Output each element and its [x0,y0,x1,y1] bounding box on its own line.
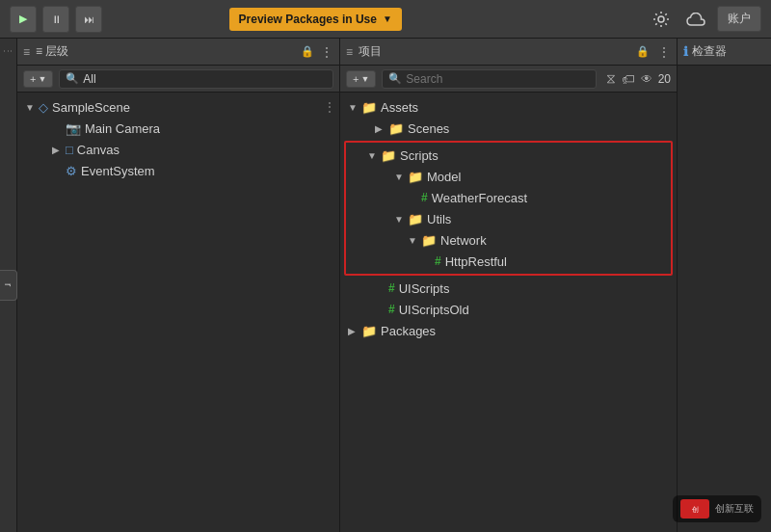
toolbar-controls: ▶ ⏸ ⏭ [10,6,102,33]
inspector-panel: ℹ 检查器 [678,39,771,532]
weather-forecast-label: WeatherForecast [432,191,527,205]
ui-scripts-old-icon: # [388,303,395,316]
step-button[interactable]: ⏭ [75,6,102,33]
hierarchy-eventsystem[interactable]: ⚙ EventSystem [17,160,339,181]
toolbar-right: 账户 [648,6,761,33]
hierarchy-header: ≡ ≡ 层级 🔒 ⋮ [17,39,339,66]
weather-forecast-item[interactable]: # WeatherForecast [346,187,671,208]
network-label: Network [440,233,487,248]
scripts-folder-icon: 📁 [381,148,396,163]
scene-more-menu[interactable]: ⋮ [324,100,335,114]
project-header-icons: 🔒 ⋮ [636,44,671,60]
scripts-highlight-box: ▼ 📁 Scripts ▼ 📁 Model # WeatherForecast [344,141,673,276]
inspector-title: 检查器 [692,43,765,60]
utils-label: Utils [427,212,451,226]
inspector-header: ℹ 检查器 [678,39,771,66]
canvas-label: Canvas [77,143,120,157]
project-more-icon[interactable]: ⋮ [657,44,671,60]
hierarchy-search-box: 🔍 [59,69,333,89]
inspector-info-icon: ℹ [683,44,688,59]
scripts-label: Scripts [400,148,439,163]
assets-expand-arrow: ▼ [348,102,361,113]
assets-label: Assets [381,100,418,115]
scenes-folder-icon: 📁 [388,121,404,136]
hierarchy-panel: ≡ ≡ 层级 🔒 ⋮ + ▼ 🔍 ▼ ◇ SampleScene ⋮ [17,39,340,532]
watermark-text: 创新互联 [715,502,754,516]
eventsystem-label: EventSystem [81,164,155,178]
ui-scripts-label: UIScripts [399,281,450,296]
scripts-expand-arrow: ▼ [367,150,381,161]
network-item[interactable]: ▼ 📁 Network [346,229,671,251]
utils-item[interactable]: ▼ 📁 Utils [346,208,671,229]
canvas-icon: □ [66,143,73,157]
model-folder-icon: 📁 [408,170,423,184]
preview-packages-label: Preview Packages in Use [239,13,377,26]
project-search-input[interactable] [406,72,589,86]
project-lock-icon[interactable]: 🔒 [636,45,650,58]
play-button[interactable]: ▶ [10,6,37,33]
hierarchy-canvas[interactable]: ▶ □ Canvas [17,139,339,160]
inspector-content [678,66,771,532]
project-toolbar: + ▼ 🔍 ⧖ 🏷 👁 20 [340,66,677,93]
cloud-button[interactable] [682,6,709,33]
scenes-item[interactable]: ▶ 📁 Scenes [340,118,677,139]
ui-scripts-old-item[interactable]: # UIScriptsOld [340,299,677,320]
hierarchy-search-icon: 🔍 [66,72,79,85]
svg-text:创: 创 [692,506,699,513]
model-item[interactable]: ▼ 📁 Model [346,166,671,187]
hierarchy-menu-icon[interactable]: ≡ [23,45,30,59]
pause-button[interactable]: ⏸ [42,6,69,33]
model-expand-arrow: ▼ [394,172,408,182]
canvas-expand-arrow: ▶ [52,145,66,155]
packages-label: Packages [381,324,436,338]
hierarchy-scene-item[interactable]: ▼ ◇ SampleScene ⋮ [17,96,339,118]
utils-expand-arrow: ▼ [394,214,408,225]
scenes-expand-arrow: ▶ [375,123,388,134]
project-title: 项目 [359,43,630,60]
settings-button[interactable] [648,6,675,33]
packages-expand-arrow: ▶ [348,326,361,336]
assets-folder-icon: 📁 [361,100,377,115]
hierarchy-add-button[interactable]: + ▼ [23,70,53,88]
hierarchy-lock-icon[interactable]: 🔒 [301,45,314,58]
ui-scripts-icon: # [388,281,395,295]
utils-folder-icon: 📁 [408,212,423,226]
svg-point-0 [658,16,664,22]
scene-icon: ◇ [39,100,48,115]
project-content: ▼ 📁 Assets ▶ 📁 Scenes ▼ 📁 Scripts [340,93,677,532]
packages-item[interactable]: ▶ 📁 Packages [340,320,677,341]
project-visibility-icon[interactable]: 👁 [641,72,652,86]
project-search-box: 🔍 [382,69,596,89]
toolbar: ▶ ⏸ ⏭ Preview Packages in Use ▼ 账户 [0,0,771,39]
assets-item[interactable]: ▼ 📁 Assets [340,96,677,118]
watermark-logo: 创 [680,499,709,519]
scripts-item[interactable]: ▼ 📁 Scripts [346,145,671,166]
project-menu-icon[interactable]: ≡ [346,45,353,59]
watermark: 创 创新互联 [673,495,761,522]
camera-icon: 📷 [66,121,81,136]
account-button[interactable]: 账户 [717,6,761,32]
partial-left-tab[interactable]: r [0,270,17,301]
ui-scripts-item[interactable]: # UIScripts [340,278,677,299]
project-tag-icon[interactable]: 🏷 [622,71,635,87]
http-restful-item[interactable]: # HttpRestful [346,251,671,272]
scene-label: SampleScene [52,100,130,115]
hierarchy-search-input[interactable] [83,72,327,86]
packages-folder-icon: 📁 [361,324,377,338]
hierarchy-more-icon[interactable]: ⋮ [320,44,333,60]
scene-expand-arrow: ▼ [25,102,39,113]
weather-script-icon: # [421,191,428,204]
preview-dropdown-arrow: ▼ [383,13,392,24]
hierarchy-main-camera[interactable]: 📷 Main Camera [17,118,339,139]
model-label: Model [427,170,461,184]
hierarchy-content: ▼ ◇ SampleScene ⋮ 📷 Main Camera ▶ □ Canv… [17,93,339,532]
project-count-badge: 20 [658,72,671,86]
project-filter-icon[interactable]: ⧖ [606,70,616,87]
strip-handle: ⋮ [3,46,13,56]
project-add-button[interactable]: + ▼ [346,70,376,88]
project-header: ≡ 项目 🔒 ⋮ [340,39,677,66]
network-folder-icon: 📁 [421,233,437,248]
eventsystem-icon: ⚙ [66,164,77,178]
preview-packages-dropdown[interactable]: Preview Packages in Use ▼ [229,8,402,31]
http-script-icon: # [435,254,441,268]
